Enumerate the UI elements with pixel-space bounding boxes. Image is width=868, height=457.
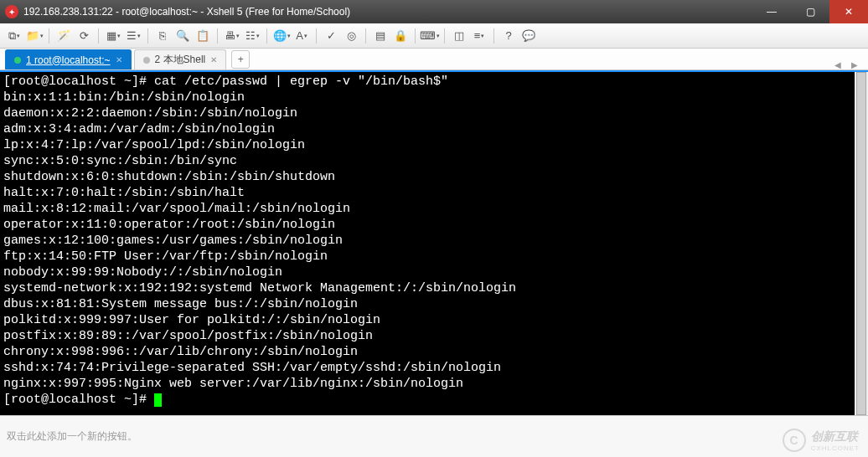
print-icon: 🖶 bbox=[225, 29, 235, 42]
properties-button[interactable]: ☷▾ bbox=[243, 27, 261, 45]
help-icon: ? bbox=[505, 29, 511, 42]
print-button[interactable]: 🖶▾ bbox=[223, 27, 241, 45]
keyboard-icon: ⌨ bbox=[420, 29, 436, 42]
status-indicator-icon bbox=[143, 57, 150, 64]
encoding-button[interactable]: 🌐▾ bbox=[272, 27, 291, 45]
status-hint[interactable]: 双击此处添加一个新的按钮。 bbox=[7, 429, 137, 444]
grid-button[interactable]: ▤ bbox=[371, 27, 390, 45]
layout-icon: ◫ bbox=[454, 29, 464, 42]
chat-button[interactable]: 💬 bbox=[519, 27, 538, 45]
lock-icon: 🔒 bbox=[394, 29, 407, 42]
vertical-scrollbar[interactable] bbox=[855, 72, 868, 415]
connected-indicator-icon bbox=[14, 57, 21, 64]
scrollbar-thumb[interactable] bbox=[856, 72, 866, 415]
terminal-pane[interactable]: [root@localhost ~]# cat /etc/passwd | eg… bbox=[0, 70, 868, 415]
tab-close-icon[interactable]: ✕ bbox=[210, 55, 217, 64]
new-tab-icon: ⧉ bbox=[8, 29, 16, 43]
find-icon: 🔍 bbox=[176, 29, 189, 42]
maximize-button[interactable]: ▢ bbox=[791, 0, 829, 23]
tab-prev-button[interactable]: ◀ bbox=[829, 60, 846, 69]
window-title: 192.168.238.131:22 - root@localhost:~ - … bbox=[23, 6, 350, 18]
tab-session-1[interactable]: 1 root@localhost:~ ✕ bbox=[5, 49, 132, 69]
close-button[interactable]: ✕ bbox=[829, 0, 868, 23]
tree-button[interactable]: ☰▾ bbox=[124, 27, 142, 45]
toolbar: ⧉▾ 📁▾ 🪄 ⟳ ▦▾ ☰▾ ⎘ 🔍 📋 🖶▾ ☷▾ 🌐▾ A▾ ✓ ◎ ▤ … bbox=[0, 23, 868, 49]
tree-icon: ☰ bbox=[127, 29, 137, 42]
cards-icon: ▦ bbox=[106, 29, 116, 42]
clipboard-icon: 📋 bbox=[196, 29, 209, 42]
tab-next-button[interactable]: ▶ bbox=[846, 60, 863, 69]
help-button[interactable]: ? bbox=[499, 27, 518, 45]
menu-button[interactable]: ≡▾ bbox=[470, 27, 488, 45]
new-session-button[interactable]: ⧉▾ bbox=[5, 27, 23, 45]
tab-label: 1 root@localhost:~ bbox=[26, 54, 111, 66]
grid-icon: ▤ bbox=[375, 29, 385, 42]
lock-button[interactable]: 🔒 bbox=[391, 27, 410, 45]
watermark-logo-icon: C bbox=[783, 429, 806, 452]
open-button[interactable]: 📁▾ bbox=[25, 27, 44, 45]
watermark: C 创新互联 CXHLCONET bbox=[783, 429, 860, 452]
find-button[interactable]: 🔍 bbox=[173, 27, 192, 45]
copy-button[interactable]: ⎘ bbox=[153, 27, 172, 45]
wand-icon: 🪄 bbox=[57, 29, 70, 42]
globe-icon: 🌐 bbox=[273, 29, 287, 42]
status-bar: 双击此处添加一个新的按钮。 C 创新互联 CXHLCONET bbox=[0, 415, 868, 457]
wand-button[interactable]: 🪄 bbox=[54, 27, 73, 45]
check-icon: ✓ bbox=[327, 29, 336, 42]
watermark-sub: CXHLCONET bbox=[811, 444, 860, 452]
folder-icon: 📁 bbox=[26, 29, 39, 42]
keyboard-button[interactable]: ⌨▾ bbox=[421, 27, 439, 45]
paste-button[interactable]: 📋 bbox=[194, 27, 212, 45]
tab-label: 2 本地Shell bbox=[155, 53, 206, 67]
refresh-icon: ⟳ bbox=[80, 29, 89, 42]
target-icon: ◎ bbox=[347, 29, 356, 42]
tab-add-button[interactable]: + bbox=[231, 50, 250, 69]
terminal-output: [root@localhost ~]# cat /etc/passwd | eg… bbox=[0, 72, 868, 409]
chat-icon: 💬 bbox=[522, 29, 535, 42]
menu-icon: ≡ bbox=[474, 29, 481, 42]
cards-button[interactable]: ▦▾ bbox=[104, 27, 122, 45]
layout-button[interactable]: ◫ bbox=[450, 27, 468, 45]
check-button[interactable]: ✓ bbox=[322, 27, 340, 45]
props-icon: ☷ bbox=[245, 29, 256, 42]
copy-icon: ⎘ bbox=[159, 29, 166, 42]
title-bar: ✦ 192.168.238.131:22 - root@localhost:~ … bbox=[0, 0, 868, 23]
tab-bar: 1 root@localhost:~ ✕ 2 本地Shell ✕ + ◀ ▶ bbox=[0, 49, 868, 70]
font-button[interactable]: A▾ bbox=[292, 27, 311, 45]
app-icon: ✦ bbox=[5, 5, 18, 18]
font-icon: A bbox=[296, 29, 303, 42]
tab-close-icon[interactable]: ✕ bbox=[116, 55, 122, 64]
minimize-button[interactable]: — bbox=[752, 0, 791, 23]
tab-session-2[interactable]: 2 本地Shell ✕ bbox=[134, 49, 227, 69]
watermark-brand: 创新互联 bbox=[811, 429, 858, 443]
target-button[interactable]: ◎ bbox=[342, 27, 360, 45]
reconnect-button[interactable]: ⟳ bbox=[75, 27, 93, 45]
